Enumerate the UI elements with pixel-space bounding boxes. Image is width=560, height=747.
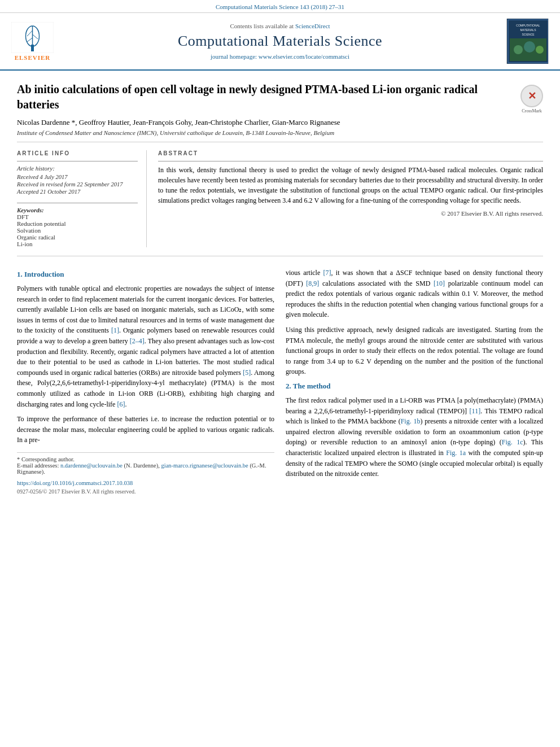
ref-7[interactable]: [7]	[323, 269, 331, 277]
body-right-column: vious article [7], it was shown that a Δ…	[286, 268, 543, 495]
section1-para1: Polymers with tunable optical and electr…	[17, 283, 274, 409]
section1-right-para2: Using this predictive approach, newly de…	[286, 325, 543, 377]
footnote-license: 0927-0256/© 2017 Elsevier B.V. All right…	[17, 488, 274, 495]
abstract-header: ABSTRACT	[158, 150, 543, 156]
abstract-column: ABSTRACT In this work, density functiona…	[158, 150, 543, 247]
journal-top-bar: Computational Materials Science 143 (201…	[0, 0, 560, 13]
journal-header-center: Contents lists available at ScienceDirec…	[68, 23, 492, 60]
svg-point-14	[524, 41, 535, 53]
keywords-section: Keywords: DFT Reduction potential Solvat…	[17, 203, 138, 247]
keywords-label: Keywords:	[17, 207, 138, 213]
ref-5[interactable]: [5]	[243, 369, 251, 377]
article-info-column: ARTICLE INFO Article history: Received 4…	[17, 150, 147, 247]
crossmark-label: CrossMark	[520, 108, 543, 113]
svg-text:MATERIALS: MATERIALS	[520, 28, 537, 32]
sciencedirect-line: Contents lists available at ScienceDirec…	[230, 23, 330, 29]
elsevier-logo: ELSEVIER	[11, 22, 54, 61]
article-info-header: ARTICLE INFO	[17, 150, 138, 156]
doi-link[interactable]: https://doi.org/10.1016/j.commatsci.2017…	[17, 480, 133, 486]
ref-1[interactable]: [1]	[111, 326, 119, 334]
fig1c-ref[interactable]: Fig. 1c	[502, 438, 523, 446]
elsevier-brand-text: ELSEVIER	[15, 54, 51, 61]
svg-text:COMPUTATIONAL: COMPUTATIONAL	[516, 24, 540, 27]
keyword-dft: DFT	[17, 213, 138, 220]
section2-heading: 2. The method	[286, 382, 543, 391]
ref-8-9[interactable]: [8,9]	[306, 279, 319, 287]
footnote-corresponding: * Corresponding author.	[17, 456, 274, 462]
revised-date: Received in revised form 22 September 20…	[17, 181, 138, 187]
main-content: Ab initio calculations of open cell volt…	[0, 71, 560, 506]
keyword-li-ion: Li-ion	[17, 241, 138, 247]
elsevier-logo-graphic	[11, 22, 54, 53]
ref-11[interactable]: [11]	[470, 407, 481, 415]
accepted-date: Accepted 21 October 2017	[17, 189, 138, 195]
svg-text:SCIENCE: SCIENCE	[522, 33, 535, 36]
journal-citation: Computational Materials Science 143 (201…	[216, 3, 344, 10]
section1-heading: 1. Introduction	[17, 270, 274, 279]
section1-right-para1: vious article [7], it was shown that a Δ…	[286, 268, 543, 320]
crossmark-badge[interactable]: ✕ CrossMark	[520, 85, 543, 113]
journal-title: Computational Materials Science	[178, 33, 382, 50]
email2-link[interactable]: gian-marco.rignanese@uclouvain.be	[161, 462, 248, 469]
ref-2-4[interactable]: [2–4]	[130, 337, 145, 345]
keyword-solvation: Solvation	[17, 227, 138, 234]
article-meta-section: ARTICLE INFO Article history: Received 4…	[17, 150, 543, 256]
article-title-text: Ab initio calculations of open cell volt…	[17, 82, 512, 136]
svg-point-15	[536, 46, 544, 54]
journal-homepage: journal homepage: www.elsevier.com/locat…	[211, 53, 349, 60]
ref-6[interactable]: [6]	[117, 400, 125, 408]
history-label: Article history:	[17, 165, 138, 172]
abstract-text: In this work, density functional theory …	[158, 165, 543, 206]
received-date: Received 4 July 2017	[17, 174, 138, 180]
journal-cover-image: COMPUTATIONAL MATERIALS SCIENCE	[506, 19, 549, 64]
body-section: 1. Introduction Polymers with tunable op…	[17, 268, 543, 495]
crossmark-icon: ✕	[520, 85, 543, 107]
article-title-section: Ab initio calculations of open cell volt…	[17, 82, 543, 142]
journal-header-right: COMPUTATIONAL MATERIALS SCIENCE	[498, 19, 549, 64]
journal-cover-svg: COMPUTATIONAL MATERIALS SCIENCE	[507, 19, 548, 64]
article-title: Ab initio calculations of open cell volt…	[17, 82, 512, 112]
footnote-area: * Corresponding author. E-mail addresses…	[17, 452, 274, 495]
ref-10[interactable]: [10]	[434, 279, 445, 287]
journal-header: ELSEVIER Contents lists available at Sci…	[0, 13, 560, 71]
article-authors: Nicolas Dardenne *, Geoffroy Hautier, Je…	[17, 118, 512, 127]
keyword-organic: Organic radical	[17, 234, 138, 241]
footnote-emails: E-mail addresses: n.dardenne@uclouvain.b…	[17, 462, 274, 475]
body-left-column: 1. Introduction Polymers with tunable op…	[17, 268, 274, 495]
abstract-copyright: © 2017 Elsevier B.V. All rights reserved…	[158, 210, 543, 217]
article-affiliation: Institute of Condensed Matter and Nanosc…	[17, 129, 512, 136]
svg-rect-1	[31, 45, 34, 51]
footnote-doi: https://doi.org/10.1016/j.commatsci.2017…	[17, 478, 274, 487]
journal-header-left: ELSEVIER	[11, 22, 62, 61]
section2-para1: The first redox radical polymer used in …	[286, 395, 543, 479]
section1-para2: To improve the performance of these batt…	[17, 414, 274, 445]
fig1a-ref[interactable]: Fig. 1a	[446, 449, 466, 457]
keyword-reduction: Reduction potential	[17, 220, 138, 227]
email1-link[interactable]: n.dardenne@uclouvain.be	[60, 462, 123, 469]
fig1b-ref[interactable]: Fig. 1b	[401, 417, 421, 425]
sciencedirect-link[interactable]: ScienceDirect	[295, 23, 330, 29]
page-container: Computational Materials Science 143 (201…	[0, 0, 560, 747]
svg-point-13	[514, 45, 523, 54]
